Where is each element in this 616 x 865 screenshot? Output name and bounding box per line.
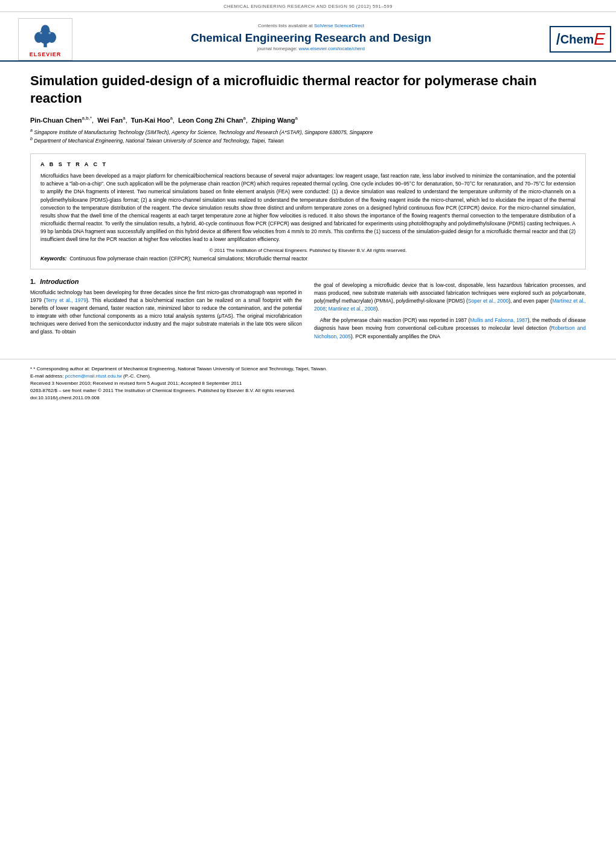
svg-point-6 <box>48 32 51 34</box>
page: CHEMICAL ENGINEERING RESEARCH AND DESIGN… <box>0 0 616 865</box>
ref-mantinez: Mantinez et al., 2008 <box>329 306 376 312</box>
ichem-chem: Chem <box>560 33 594 47</box>
sciverse-link: Contents lists available at SciVerse Sci… <box>85 23 537 28</box>
svg-point-5 <box>40 32 42 34</box>
footnote-received: Received 3 November 2010; Received in re… <box>30 380 586 387</box>
ichem-e: E <box>594 30 605 49</box>
email-label: E-mail address: <box>30 373 64 379</box>
issn-text: 0263-8762/$ – see front matter © 2011 Th… <box>30 388 295 393</box>
affiliation-a: Singapore Institute of Manufacturing Tec… <box>34 129 373 135</box>
ref-terry: Terry et al., 1979 <box>46 297 86 303</box>
corresponding-text: Department of Mechanical Engineering, Na… <box>91 366 327 371</box>
footnote-email: E-mail address: pcchen@mail.ntust.edu.tw… <box>30 373 586 380</box>
copyright-line: © 2011 The Institution of Chemical Engin… <box>40 248 576 253</box>
footnote-corresponding: * * Corresponding author at: Department … <box>30 365 586 373</box>
email-link[interactable]: pcchen@mail.ntust.edu.tw <box>65 373 122 379</box>
received-text: Received 3 November 2010; Received in re… <box>30 381 242 386</box>
ref-soper: Soper et al., 2000 <box>468 298 509 304</box>
corresponding-label: * Corresponding author at: <box>33 366 90 371</box>
journal-homepage: journal homepage: www.elsevier.com/locat… <box>85 46 537 51</box>
abstract-text: Microfluidics have been developed as a m… <box>40 172 576 244</box>
email-suffix: (P.-C. Chen). <box>123 373 151 379</box>
journal-center-info: Contents lists available at SciVerse Sci… <box>85 23 537 56</box>
doi-text: doi:10.1016/j.cherd.2011.09.008 <box>30 395 100 400</box>
column-left: 1. Introduction Microfluidic technology … <box>30 278 302 341</box>
section1-title: Introduction <box>40 278 79 285</box>
elsevier-logo: ELSEVIER <box>18 18 72 60</box>
article-title: Simulation guided-design of a microfluid… <box>30 72 586 107</box>
elsevier-wordmark: ELSEVIER <box>21 51 69 57</box>
ref-mullis: Mullis and Faloona, 1987 <box>470 317 528 323</box>
journal-citation-bar: CHEMICAL ENGINEERING RESEARCH AND DESIGN… <box>0 0 616 12</box>
footnote-doi: doi:10.1016/j.cherd.2011.09.008 <box>30 394 586 402</box>
homepage-link[interactable]: www.elsevier.com/locate/cherd <box>299 46 365 51</box>
section1-right-text: the goal of developing a microfluidic de… <box>314 281 586 314</box>
abstract-title: A B S T R A C T <box>40 161 576 167</box>
authors-line: Pin-Chuan Chena,b,*, Wei Fana, Tun-Kai H… <box>30 115 586 124</box>
two-column-body: 1. Introduction Microfluidic technology … <box>30 278 586 341</box>
affiliation-b: Department of Mechanical Engineering, Na… <box>34 138 283 144</box>
abstract-section: A B S T R A C T Microfluidics have been … <box>30 153 586 269</box>
journal-title: Chemical Engineering Research and Design <box>85 31 537 45</box>
section1-header: 1. Introduction <box>30 278 302 285</box>
article-content: Simulation guided-design of a microfluid… <box>0 62 616 353</box>
journal-header: ELSEVIER Contents lists available at Sci… <box>0 12 616 62</box>
ichem-i: I <box>556 30 560 49</box>
section1-left-text: Microfluidic technology has been develop… <box>30 289 302 336</box>
footnote-issn: 0263-8762/$ – see front matter © 2011 Th… <box>30 387 586 394</box>
journal-citation-text: CHEMICAL ENGINEERING RESEARCH AND DESIGN… <box>223 4 393 9</box>
affiliations: a Singapore Institute of Manufacturing T… <box>30 127 586 145</box>
sciverse-anchor[interactable]: SciVerse ScienceDirect <box>314 23 364 28</box>
keywords-text: Continuous flow polymerase chain reactio… <box>69 256 307 262</box>
ichem-logo: I Chem E <box>550 26 598 53</box>
keywords-line: Keywords: Continuous flow polymerase cha… <box>40 256 576 262</box>
ref-robertson: Robertson and Nicholson, 2005 <box>314 325 586 339</box>
column-right: the goal of developing a microfluidic de… <box>314 278 586 341</box>
footer-section: * * Corresponding author at: Department … <box>0 359 616 408</box>
svg-point-4 <box>41 25 50 34</box>
keywords-label: Keywords: <box>40 256 66 262</box>
section1-right-text2: After the polymerase chain reaction (PCR… <box>314 317 586 341</box>
section1-number: 1. <box>30 278 36 285</box>
